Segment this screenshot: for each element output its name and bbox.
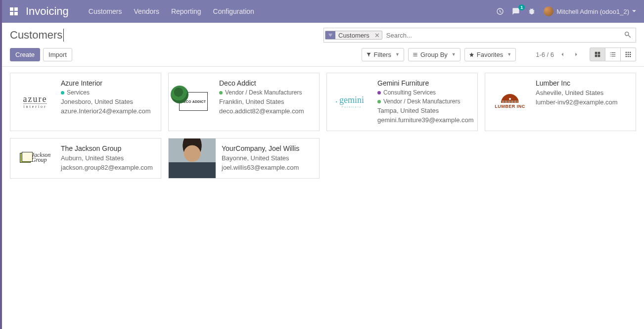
customer-card[interactable]: LUMBER INC Lumber Inc Asheville, United … [485,73,636,131]
card-title: Gemini Furniture [377,79,474,87]
funnel-icon [366,52,371,57]
card-location: Jonesboro, United States [61,98,151,105]
card-email: joel.willis63@example.com [222,164,299,171]
groupby-dropdown[interactable]: Group By▼ [408,48,460,61]
view-switcher [590,47,636,61]
tag: Vendor / Desk Manufacturers [219,89,304,96]
search-input[interactable] [383,32,620,39]
star-icon [469,52,474,57]
card-email: jackson.group82@example.com [61,164,153,171]
card-location: Tampa, United States [377,107,474,114]
apps-icon[interactable] [10,7,18,15]
customer-card[interactable]: JacksonGroup The Jackson Group Auburn, U… [10,138,161,179]
list-icon [413,52,418,57]
logo-gemini: geminiFurniture [339,95,364,108]
customer-card[interactable]: geminiFurniture Gemini Furniture Consult… [326,73,478,131]
search-facet-label: Customers [335,32,372,39]
logo-jackson: JacksonGroup [20,153,51,163]
main-menu: Customers Vendors Reporting Configuratio… [89,7,254,15]
kanban-view: azureinterior Azure Interior Services Jo… [2,67,644,185]
view-activity-button[interactable] [621,47,636,61]
messages-badge: 1 [518,4,525,10]
tag-label: Vendor / Desk Manufacturers [383,98,460,105]
pager-prev-icon[interactable] [559,51,566,58]
tag-dot-icon [377,91,381,94]
favorites-dropdown[interactable]: Favorites▼ [464,48,516,61]
menu-customers[interactable]: Customers [89,7,122,15]
messages-icon[interactable]: 1 [512,7,520,15]
create-button[interactable]: Create [10,48,40,61]
card-logo: DECO ADDICT [174,79,213,124]
logo-azure: azureinterior [23,94,47,109]
view-kanban-button[interactable] [590,47,605,61]
search-icon[interactable] [620,31,636,40]
user-menu[interactable]: Mitchell Admin (odoo1_2) [544,6,636,16]
menu-configuration[interactable]: Configuration [213,7,254,15]
card-location: Asheville, United States [536,89,618,96]
avatar [544,6,553,16]
card-body: Lumber Inc Asheville, United States lumb… [536,79,618,124]
facet-remove-icon[interactable]: ✕ [372,32,382,39]
app-title[interactable]: Invoicing [26,5,69,18]
user-name: Mitchell Admin (odoo1_2) [556,8,629,15]
top-nav: Invoicing Customers Vendors Reporting Co… [2,0,644,23]
card-body: Gemini Furniture Consulting Services Ven… [377,79,474,124]
card-logo: JacksonGroup [15,144,55,171]
card-title: YourCompany, Joel Willis [222,144,299,152]
breadcrumb: Customers [10,29,64,42]
debug-icon[interactable] [528,7,536,15]
menu-reporting[interactable]: Reporting [171,7,201,15]
tag-label: Vendor / Desk Manufacturers [225,89,302,96]
card-body: Azure Interior Services Jonesboro, Unite… [61,79,151,124]
filter-icon [325,31,335,39]
card-logo: LUMBER INC [490,79,530,124]
tag-label: Services [67,89,90,96]
card-title: Azure Interior [61,79,151,87]
control-panel: Customers Customers ✕ Create Import Filt… [2,23,644,67]
nav-icons: 1 Mitchell Admin (odoo1_2) [496,6,636,16]
grid-icon [625,51,632,58]
card-logo [169,139,216,178]
logo-lumber: LUMBER INC [495,94,525,109]
pager-value[interactable]: 1-6 / 6 [536,51,554,58]
card-body: YourCompany, Joel Willis Bayonne, United… [222,144,299,171]
card-body: Deco Addict Vendor / Desk Manufacturers … [219,79,304,124]
card-logo: geminiFurniture [332,79,371,124]
customer-card[interactable]: azureinterior Azure Interior Services Jo… [10,73,161,131]
listview-icon [609,51,616,58]
card-email: deco.addict82@example.com [219,107,304,115]
card-email: lumber-inv92@example.com [536,98,618,106]
card-logo: azureinterior [15,79,55,124]
caret-down-icon [632,9,636,13]
search-facet: Customers ✕ [325,31,382,40]
card-location: Franklin, United States [219,98,304,105]
card-body: The Jackson Group Auburn, United States … [61,144,153,171]
card-title: Lumber Inc [536,79,618,87]
tag-dot-icon [377,100,381,103]
search-options: Filters▼ Group By▼ Favorites▼ [362,48,516,61]
import-button[interactable]: Import [43,48,72,61]
card-email: gemini.furniture39@example.com [377,116,474,124]
card-title: The Jackson Group [61,144,153,152]
customer-card[interactable]: YourCompany, Joel Willis Bayonne, United… [168,138,320,179]
tag: Consulting Services [377,89,474,96]
card-location: Auburn, United States [61,154,153,162]
menu-vendors[interactable]: Vendors [134,7,159,15]
tag-dot-icon [219,91,223,94]
activity-icon[interactable] [496,7,504,15]
tag: Vendor / Desk Manufacturers [377,98,474,105]
view-list-button[interactable] [605,47,621,61]
card-email: azure.Interior24@example.com [61,107,151,115]
filters-dropdown[interactable]: Filters▼ [362,48,404,61]
card-title: Deco Addict [219,79,304,87]
tag-label: Consulting Services [383,89,436,96]
kanban-icon [594,51,601,58]
logo-deco: DECO ADDICT [179,92,208,111]
tag: Services [61,89,151,96]
contact-photo [169,139,216,178]
search-box[interactable]: Customers ✕ [323,28,636,43]
pager-next-icon[interactable] [573,51,580,58]
card-location: Bayonne, United States [222,154,299,162]
tag-dot-icon [61,91,64,94]
customer-card[interactable]: DECO ADDICT Deco Addict Vendor / Desk Ma… [168,73,320,131]
